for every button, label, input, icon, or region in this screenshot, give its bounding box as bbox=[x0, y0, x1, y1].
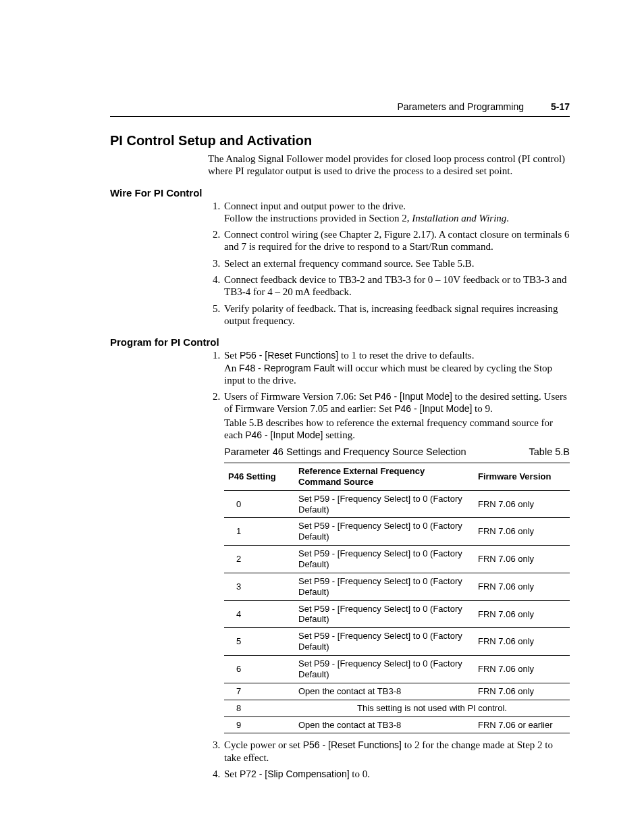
table-row: 6Set P59 - [Frequency Select] to 0 (Fact… bbox=[224, 656, 570, 683]
program-step-1: Set P56 - [Reset Functions] to 1 to rese… bbox=[223, 349, 570, 386]
prog2-b2: setting. bbox=[323, 429, 355, 440]
cell-reference: Set P59 - [Frequency Select] to 0 (Facto… bbox=[294, 518, 474, 546]
wire-step-4: Connect feedback device to TB3-2 and TB3… bbox=[223, 273, 570, 298]
prog1-f48: F48 - Reprogram Fault bbox=[239, 363, 335, 373]
table-row: 5Set P59 - [Frequency Select] to 0 (Fact… bbox=[224, 628, 570, 656]
wire-step-1b-ital: Installation and Wiring bbox=[412, 213, 506, 224]
wire-list: Connect input and output power to the dr… bbox=[208, 200, 570, 328]
wire-step-3: Select an external frequency command sou… bbox=[223, 257, 570, 269]
table-caption-right: Table 5.B bbox=[529, 446, 570, 459]
cell-setting: 4 bbox=[224, 600, 294, 628]
col-p46: P46 Setting bbox=[224, 463, 294, 491]
section-heading: PI Control Setup and Activation bbox=[110, 133, 570, 149]
prog3-a1: Cycle power or set bbox=[224, 739, 303, 750]
intro-text: The Analog Signal Follower model provide… bbox=[208, 153, 570, 178]
cell-reference: Set P59 - [Frequency Select] to 0 (Facto… bbox=[294, 573, 474, 600]
prog1-a2: to 1 to reset the drive to defaults. bbox=[338, 350, 474, 361]
table-row: 0Set P59 - [Frequency Select] to 0 (Fact… bbox=[224, 490, 570, 518]
prog1-b1: An bbox=[224, 363, 239, 373]
cell-firmware: FRN 7.06 only bbox=[474, 600, 570, 628]
cell-setting: 3 bbox=[224, 573, 294, 600]
prog2-a3: to 9. bbox=[472, 403, 492, 414]
col-fw: Firmware Version bbox=[474, 463, 570, 491]
cell-firmware: FRN 7.06 only bbox=[474, 628, 570, 656]
cell-setting: 9 bbox=[224, 716, 294, 733]
table-header-row: P46 Setting Reference External Frequency… bbox=[224, 463, 570, 491]
cell-setting: 1 bbox=[224, 518, 294, 546]
page-number: 5-17 bbox=[551, 101, 570, 112]
table-row: 7Open the contact at TB3-8FRN 7.06 only bbox=[224, 683, 570, 700]
table-row: 9Open the contact at TB3-8FRN 7.06 or ea… bbox=[224, 716, 570, 733]
prog1-a1: Set bbox=[224, 350, 240, 361]
header-rule bbox=[110, 116, 570, 117]
cell-firmware: FRN 7.06 only bbox=[474, 546, 570, 573]
cell-reference: Set P59 - [Frequency Select] to 0 (Facto… bbox=[294, 600, 474, 628]
prog2-p46-3: P46 - [Input Mode] bbox=[245, 429, 323, 440]
cell-reference: Open the contact at TB3-8 bbox=[294, 716, 474, 733]
program-step-4: Set P72 - [Slip Compensation] to 0. bbox=[223, 768, 570, 780]
cell-span: This setting is not used with PI control… bbox=[294, 700, 570, 716]
cell-setting: 8 bbox=[224, 700, 294, 716]
prog2-p46-2: P46 - [Input Mode] bbox=[394, 403, 472, 414]
cell-firmware: FRN 7.06 only bbox=[474, 490, 570, 518]
subhead-wire: Wire For PI Control bbox=[110, 187, 570, 199]
cell-firmware: FRN 7.06 only bbox=[474, 683, 570, 700]
table-row: 3Set P59 - [Frequency Select] to 0 (Fact… bbox=[224, 573, 570, 600]
prog1-p56: P56 - [Reset Functions] bbox=[240, 350, 338, 361]
table-row: 2Set P59 - [Frequency Select] to 0 (Fact… bbox=[224, 546, 570, 573]
cell-firmware: FRN 7.06 only bbox=[474, 518, 570, 546]
cell-setting: 2 bbox=[224, 546, 294, 573]
page: Parameters and Programming 5-17 PI Contr… bbox=[0, 0, 644, 825]
col-ref: Reference External Frequency Command Sou… bbox=[294, 463, 474, 491]
cell-setting: 6 bbox=[224, 656, 294, 683]
program-step-3: Cycle power or set P56 - [Reset Function… bbox=[223, 739, 570, 764]
prog4-a1: Set bbox=[224, 768, 240, 779]
wire-step-2: Connect control wiring (see Chapter 2, F… bbox=[223, 228, 570, 253]
wire-step-1: Connect input and output power to the dr… bbox=[223, 200, 570, 225]
cell-setting: 5 bbox=[224, 628, 294, 656]
intro-paragraph: The Analog Signal Follower model provide… bbox=[208, 153, 570, 178]
prog4-a2: to 0. bbox=[350, 768, 370, 779]
table-caption: Parameter 46 Settings and Frequency Sour… bbox=[224, 446, 570, 459]
cell-firmware: FRN 7.06 or earlier bbox=[474, 716, 570, 733]
prog2-sub: Table 5.B describes how to reference the… bbox=[224, 417, 570, 442]
cell-reference: Open the contact at TB3-8 bbox=[294, 683, 474, 700]
cell-reference: Set P59 - [Frequency Select] to 0 (Facto… bbox=[294, 628, 474, 656]
wire-step-1b-post: . bbox=[506, 213, 509, 224]
table-caption-left: Parameter 46 Settings and Frequency Sour… bbox=[224, 446, 466, 459]
param-table: P46 Setting Reference External Frequency… bbox=[224, 463, 570, 733]
wire-step-5: Verify polarity of feedback. That is, in… bbox=[223, 303, 570, 328]
cell-reference: Set P59 - [Frequency Select] to 0 (Facto… bbox=[294, 490, 474, 518]
program-list: Set P56 - [Reset Functions] to 1 to rese… bbox=[208, 349, 570, 780]
prog4-p72: P72 - [Slip Compensation] bbox=[240, 768, 350, 779]
prog2-p46-1: P46 - [Input Mode] bbox=[375, 391, 452, 402]
cell-firmware: FRN 7.06 only bbox=[474, 573, 570, 600]
subhead-program: Program for PI Control bbox=[110, 336, 570, 348]
cell-setting: 7 bbox=[224, 683, 294, 700]
table-row: 1Set P59 - [Frequency Select] to 0 (Fact… bbox=[224, 518, 570, 546]
chapter-title: Parameters and Programming bbox=[397, 101, 524, 112]
wire-step-1b-pre: Follow the instructions provided in Sect… bbox=[224, 213, 412, 224]
wire-step-1a: Connect input and output power to the dr… bbox=[224, 201, 406, 211]
prog3-p56: P56 - [Reset Functions] bbox=[303, 739, 402, 750]
table-row: 8This setting is not used with PI contro… bbox=[224, 700, 570, 716]
cell-reference: Set P59 - [Frequency Select] to 0 (Facto… bbox=[294, 656, 474, 683]
cell-reference: Set P59 - [Frequency Select] to 0 (Facto… bbox=[294, 546, 474, 573]
cell-firmware: FRN 7.06 only bbox=[474, 656, 570, 683]
prog2-a1: Users of Firmware Version 7.06: Set bbox=[224, 391, 375, 402]
cell-setting: 0 bbox=[224, 490, 294, 518]
program-step-2: Users of Firmware Version 7.06: Set P46 … bbox=[223, 390, 570, 733]
table-row: 4Set P59 - [Frequency Select] to 0 (Fact… bbox=[224, 600, 570, 628]
running-header: Parameters and Programming 5-17 bbox=[110, 101, 570, 112]
